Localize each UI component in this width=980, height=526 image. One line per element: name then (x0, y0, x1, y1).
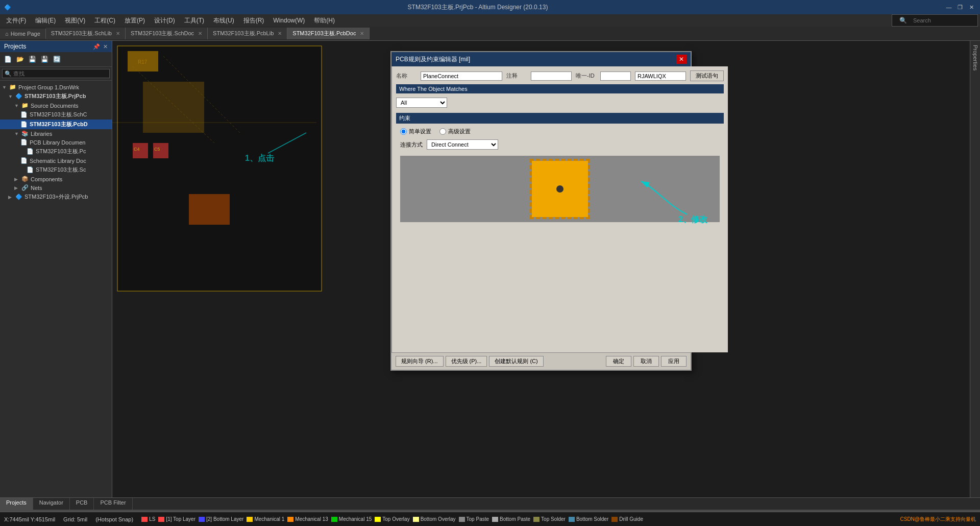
ok-button[interactable]: 确定 (606, 356, 631, 367)
tab-schdoc-close[interactable]: ✕ (198, 31, 202, 36)
tree-label: Nets (31, 185, 42, 191)
preview-area (400, 156, 720, 222)
comment-label: 注释 (506, 72, 527, 80)
annotation-modify-text: 2、修改 (678, 214, 707, 225)
rule-wizard-button[interactable]: 规则向导 (R)... (396, 356, 444, 367)
bottom-tab-pcb[interactable]: PCB (70, 498, 94, 510)
unique-id-input[interactable] (600, 71, 631, 81)
expand-icon: ▼ (8, 94, 13, 99)
rule-name-input[interactable] (421, 71, 502, 81)
simple-radio[interactable] (400, 128, 407, 135)
tree-label: STM32F103主板.SchC (30, 111, 87, 118)
menu-project[interactable]: 工程(C) (90, 15, 119, 26)
toolbar-refresh-icon[interactable]: 🔄 (51, 54, 62, 64)
menu-route[interactable]: 布线(U) (209, 15, 238, 26)
tab-pcbdoc-close[interactable]: ✕ (360, 31, 364, 36)
minimize-button[interactable]: — (944, 3, 953, 11)
toolbar-save-icon[interactable]: 💾 (27, 54, 38, 64)
expand-icon: ▶ (14, 177, 19, 182)
tab-bar: ⌂ Home Page STM32F103主板.SchLib ✕ STM32F1… (0, 27, 980, 41)
tab-pcblib[interactable]: STM32F103主板.PcbLib ✕ (208, 28, 287, 39)
properties-panel: Properties (970, 41, 980, 497)
folder-icon: 📦 (21, 176, 29, 182)
priorities-button[interactable]: 优先级 (P)... (446, 356, 487, 367)
panel-search-input[interactable] (2, 69, 110, 78)
expand-icon: ▼ (2, 85, 7, 90)
menu-report[interactable]: 报告(R) (239, 15, 268, 26)
app-logo: 🔷 (4, 4, 11, 11)
advanced-radio[interactable] (439, 128, 446, 135)
tree-item-pcblib-doc[interactable]: 📄 PCB Library Documen (0, 138, 112, 147)
tab-schdoc[interactable]: STM32F103主板.SchDoc ✕ (126, 28, 208, 39)
tab-schlib-close[interactable]: ✕ (116, 31, 120, 36)
expand-icon: ▶ (8, 195, 13, 200)
panel-pin-icon[interactable]: 📌 (93, 43, 100, 50)
rule-id-input[interactable] (635, 71, 686, 81)
bottom-tab-bar: Projects Navigator PCB PCB Filter (0, 497, 980, 510)
folder-icon: 📁 (9, 84, 16, 90)
create-default-button[interactable]: 创建默认规则 (C) (489, 356, 543, 367)
panel-close-icon[interactable]: ✕ (103, 43, 108, 50)
test-statement-button[interactable]: 测试语句 (690, 70, 724, 81)
tree-item-prjpcb[interactable]: ▼ 🔷 STM32F103主板.PrjPcb (0, 91, 112, 101)
doc-icon: 📄 (20, 157, 28, 164)
dialog-close-button[interactable]: ✕ (676, 55, 687, 64)
tree-label: STM32F103+外设.PrjPcb (24, 193, 88, 201)
rule-editor-panel: 名称 注释 唯一-ID 测试语句 Where Th (392, 66, 728, 352)
menu-file[interactable]: 文件(F) (2, 15, 30, 26)
folder-icon: 🔗 (21, 184, 29, 191)
tree-item-pcbdoc[interactable]: 📄 STM32F103主板.PcbD (0, 119, 112, 129)
menu-view[interactable]: 视图(V) (61, 15, 89, 26)
tree-label: Project Group 1.DsnWrk (18, 84, 79, 90)
tree-item-libraries[interactable]: ▼ 📚 Libraries (0, 129, 112, 138)
simple-radio-label[interactable]: 简单设置 (400, 128, 431, 135)
search-icon: 🔍 (895, 16, 911, 25)
search-input[interactable] (913, 17, 974, 23)
properties-panel-label[interactable]: Properties (971, 41, 979, 75)
menu-tools[interactable]: 工具(T) (180, 15, 208, 26)
tab-schlib[interactable]: STM32F103主板.SchLib ✕ (46, 28, 126, 39)
panel-title: Projects (4, 43, 26, 50)
connect-method-select[interactable]: Direct Connect Relief Connect No Connect (427, 139, 498, 150)
comment-input[interactable] (531, 71, 572, 81)
folder-icon: 📁 (21, 102, 29, 109)
toolbar-save-all-icon[interactable]: 💾 (39, 54, 50, 64)
apply-button[interactable]: 应用 (661, 356, 687, 367)
menu-help[interactable]: 帮助(H) (310, 15, 339, 26)
tree-item-schlib-doc[interactable]: 📄 Schematic Library Doc (0, 156, 112, 165)
advanced-radio-label[interactable]: 高级设置 (439, 128, 471, 135)
cancel-button[interactable]: 取消 (633, 356, 659, 367)
tree-item-project-group[interactable]: ▼ 📁 Project Group 1.DsnWrk (0, 83, 112, 91)
panel-search-box (0, 67, 112, 81)
tree-item-schdoc[interactable]: 📄 STM32F103主板.SchC (0, 110, 112, 119)
menu-window[interactable]: Window(W) (269, 16, 309, 25)
where-select[interactable]: All (396, 98, 447, 108)
tab-home-label: Home Page (11, 31, 40, 37)
tree-item-nets[interactable]: ▶ 🔗 Nets (0, 183, 112, 192)
tree-item-ext-prjpcb[interactable]: ▶ 🔷 STM32F103+外设.PrjPcb (0, 192, 112, 202)
maximize-button[interactable]: ❐ (955, 3, 965, 11)
tree-item-schlib-file[interactable]: 📄 STM32F103主板.Sc (0, 165, 112, 175)
menu-edit[interactable]: 编辑(E) (31, 15, 60, 26)
global-search: 🔍 (892, 14, 978, 27)
tree-item-components[interactable]: ▶ 📦 Components (0, 175, 112, 183)
tab-pcblib-close[interactable]: ✕ (278, 31, 282, 36)
tree-item-pcblib-file[interactable]: 📄 STM32F103主板.Pc (0, 147, 112, 156)
menu-place[interactable]: 放置(P) (120, 15, 149, 26)
expand-icon: ▶ (14, 185, 19, 190)
toolbar-open-icon[interactable]: 📂 (14, 54, 26, 64)
menu-bar: 文件(F) 编辑(E) 视图(V) 工程(C) 放置(P) 设计(D) 工具(T… (0, 14, 980, 27)
pcb-canvas[interactable]: R17 C4 C5 1、点击 (112, 41, 970, 497)
bottom-tab-projects[interactable]: Projects (0, 498, 33, 510)
tab-pcbdoc[interactable]: STM32F103主板.PcbDoc ✕ (287, 28, 370, 39)
tab-schlib-label: STM32F103主板.SchLib (51, 30, 112, 37)
toolbar-new-icon[interactable]: 📄 (2, 54, 13, 64)
bottom-tab-navigator[interactable]: Navigator (33, 498, 70, 510)
tree-item-source-docs[interactable]: ▼ 📁 Source Documents (0, 101, 112, 110)
dialog-overlay: PCB规则及约束编辑器 [mil] ✕ (112, 41, 970, 497)
menu-design[interactable]: 设计(D) (150, 15, 179, 26)
bottom-tab-pcb-filter[interactable]: PCB Filter (94, 498, 132, 510)
close-window-button[interactable]: ✕ (967, 3, 976, 11)
tree-label: Source Documents (31, 103, 79, 109)
tab-home[interactable]: ⌂ Home Page (0, 29, 46, 39)
